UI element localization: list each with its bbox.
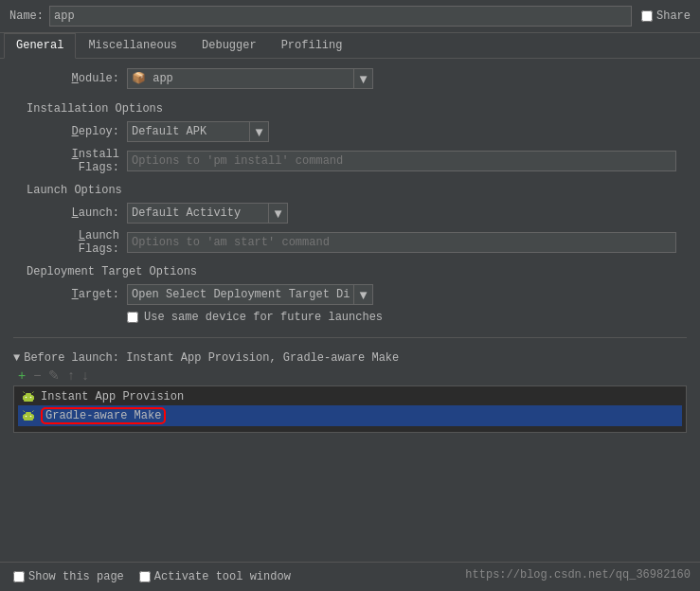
- tabs-bar: General Miscellaneous Debugger Profiling: [0, 33, 700, 59]
- android-icon-gradle: [22, 409, 35, 422]
- share-checkbox[interactable]: [641, 10, 653, 22]
- svg-rect-7: [33, 396, 35, 400]
- launch-dropdown-wrapper: Default Activity ▼: [127, 203, 288, 224]
- launch-label: Launch:: [32, 206, 127, 220]
- module-select[interactable]: 📦 app: [127, 68, 354, 89]
- share-area: Share: [641, 9, 691, 23]
- deploy-label: Deploy:: [32, 125, 127, 138]
- svg-rect-6: [23, 396, 25, 400]
- svg-point-10: [26, 416, 27, 418]
- tab-general[interactable]: General: [4, 33, 76, 59]
- bl-add-button[interactable]: +: [15, 368, 28, 382]
- svg-rect-0: [24, 395, 33, 402]
- install-flags-row: Install Flags:: [13, 148, 687, 174]
- svg-line-12: [24, 411, 26, 413]
- bl-item-gradle-make-label-highlighted: Gradle-aware Make: [41, 407, 166, 424]
- svg-line-5: [32, 392, 34, 394]
- installation-options-label: Installation Options: [13, 102, 687, 116]
- bl-move-down-button[interactable]: ↓: [79, 368, 91, 382]
- use-same-device-label: Use same device for future launches: [144, 311, 383, 324]
- svg-rect-15: [33, 415, 35, 419]
- module-dropdown-wrapper: 📦 app ▼: [127, 68, 373, 89]
- show-this-page-label: Show this page: [28, 570, 124, 583]
- deployment-target-label: Deployment Target Options: [13, 265, 687, 278]
- svg-line-4: [24, 392, 26, 394]
- launch-dropdown-arrow[interactable]: ▼: [269, 203, 288, 224]
- svg-rect-1: [26, 393, 31, 396]
- target-label: Target:: [32, 288, 127, 301]
- install-flags-input[interactable]: [127, 151, 676, 171]
- name-input[interactable]: [49, 6, 632, 27]
- target-row: Target: Open Select Deployment Target Di…: [13, 284, 687, 305]
- deploy-select[interactable]: Default APK: [127, 121, 250, 142]
- module-dropdown-arrow[interactable]: ▼: [354, 68, 373, 89]
- launch-options-label: Launch Options: [13, 184, 687, 197]
- module-row: Module: 📦 app ▼: [13, 68, 687, 89]
- bl-edit-button[interactable]: ✎: [45, 368, 63, 382]
- target-dropdown-wrapper: Open Select Deployment Target Dialog ▼: [127, 284, 373, 305]
- tab-profiling[interactable]: Profiling: [269, 33, 355, 58]
- launch-flags-input[interactable]: [127, 232, 676, 253]
- deploy-dropdown-wrapper: Default APK ▼: [127, 121, 269, 142]
- use-same-device-row: Use same device for future launches: [127, 311, 687, 324]
- deploy-dropdown-arrow[interactable]: ▼: [250, 121, 269, 142]
- use-same-device-checkbox[interactable]: [127, 312, 138, 323]
- svg-point-3: [30, 397, 32, 399]
- bl-item-instant-app-label: Instant App Provision: [41, 390, 184, 403]
- before-launch-section: ▼ Before launch: Instant App Provision, …: [13, 351, 687, 433]
- bl-move-up-button[interactable]: ↑: [64, 368, 77, 382]
- activate-tool-group: Activate tool window: [139, 570, 291, 583]
- activate-tool-label: Activate tool window: [154, 570, 291, 583]
- module-label: Module:: [32, 72, 127, 85]
- divider: [13, 337, 687, 338]
- svg-rect-9: [26, 412, 31, 415]
- launch-flags-label: Launch Flags:: [32, 229, 127, 256]
- tab-miscellaneous[interactable]: Miscellaneous: [76, 33, 189, 58]
- show-this-page-group: Show this page: [13, 570, 124, 583]
- name-bar: Name: Share: [0, 0, 700, 33]
- svg-rect-14: [23, 415, 25, 419]
- bl-item-gradle-make-label: Gradle-aware Make: [45, 409, 161, 422]
- main-content: Module: 📦 app ▼ Installation Options Dep…: [0, 59, 700, 562]
- target-dropdown-arrow[interactable]: ▼: [354, 284, 373, 305]
- android-icon-instant: [22, 390, 35, 403]
- before-launch-toolbar: + − ✎ ↑ ↓: [13, 368, 687, 382]
- name-label: Name:: [9, 9, 44, 23]
- before-launch-header: ▼ Before launch: Instant App Provision, …: [13, 351, 687, 365]
- run-debug-dialog: Name: Share General Miscellaneous Debugg…: [0, 0, 700, 591]
- bl-item-gradle-make[interactable]: Gradle-aware Make: [18, 405, 682, 426]
- bl-item-instant-app[interactable]: Instant App Provision: [18, 388, 682, 405]
- svg-line-13: [32, 411, 34, 413]
- svg-point-11: [30, 416, 32, 418]
- deploy-row: Deploy: Default APK ▼: [13, 121, 687, 142]
- activate-tool-checkbox[interactable]: [139, 571, 151, 582]
- watermark: https://blog.csdn.net/qq_36982160: [465, 568, 691, 582]
- share-label: Share: [656, 9, 691, 23]
- bl-remove-button[interactable]: −: [30, 368, 44, 382]
- show-this-page-checkbox[interactable]: [13, 571, 25, 582]
- target-select[interactable]: Open Select Deployment Target Dialog: [127, 284, 354, 305]
- before-launch-title: Before launch: Instant App Provision, Gr…: [24, 351, 399, 365]
- before-launch-list: Instant App Provision: [13, 385, 687, 433]
- install-flags-label: Install Flags:: [32, 148, 127, 174]
- svg-point-2: [26, 397, 27, 399]
- launch-flags-row: Launch Flags:: [13, 229, 687, 256]
- launch-select[interactable]: Default Activity: [127, 203, 269, 224]
- tab-debugger[interactable]: Debugger: [189, 33, 269, 58]
- svg-rect-8: [24, 414, 33, 421]
- collapse-arrow[interactable]: ▼: [13, 351, 20, 365]
- launch-row: Launch: Default Activity ▼: [13, 203, 687, 224]
